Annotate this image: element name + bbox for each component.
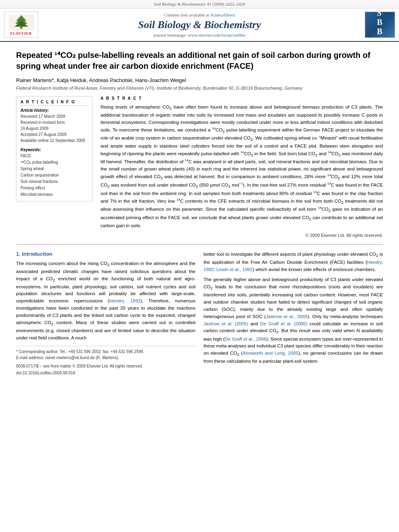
elsevier-tree-icon: [7, 14, 35, 31]
section-divider: [16, 244, 383, 244]
email-note: E-mail address: rainer.martens@vti.bund.…: [16, 355, 195, 361]
received-1: Received 17 March 2009: [21, 113, 88, 119]
footnote-section: * Corresponding author. Tel.: +49 531 59…: [16, 346, 195, 375]
history-label: Article history:: [21, 108, 88, 113]
sbb-logo-area: SBB Soil Biology& Biochemistry: [359, 12, 395, 38]
intro-paragraph: The increasing concern about the rising …: [16, 260, 195, 342]
sbb-letters: SBB: [377, 12, 383, 36]
intro-right-paragraphs: better tool to investigate the different…: [204, 251, 383, 366]
keywords-label: Keywords:: [21, 148, 88, 152]
sciencedirect-link[interactable]: ScienceDirect: [210, 12, 235, 17]
keywords-list: FACE¹⁴CO₂ pulse-labellingSpring wheatCar…: [21, 153, 88, 198]
intro-left-paragraphs: The increasing concern about the rising …: [16, 260, 195, 342]
corresponding-author-note: * Corresponding author. Tel.: +49 531 59…: [16, 349, 195, 355]
sbb-logo: SBB Soil Biology& Biochemistry: [365, 12, 395, 38]
keyword-item: Priming effect: [21, 185, 88, 191]
received-revised-date: 19 August 2009: [21, 125, 88, 131]
authors-line: Rainer Martens*, Katja Heiduk, Andreas P…: [16, 77, 383, 83]
intro-paragraph: The generally higher above and belowgrou…: [204, 276, 383, 365]
elsevier-logo: ELSEVIER: [4, 12, 38, 38]
keyword-item: Microbial biomass: [21, 191, 88, 198]
keyword-item: Spring wheat: [21, 166, 88, 172]
keyword-item: ¹⁴CO₂ pulse-labelling: [21, 159, 88, 166]
main-content: Repeated ¹⁴CO₂ pulse-labelling reveals a…: [0, 42, 399, 383]
abstract-title: A B S T R A C T: [101, 96, 383, 101]
journal-title-area: Contents lists available at ScienceDirec…: [44, 12, 355, 37]
accepted: Accepted 27 August 2009: [21, 131, 88, 138]
intro-paragraph: better tool to investigate the different…: [204, 251, 383, 273]
introduction-section: 1. Introduction The increasing concern a…: [16, 251, 383, 375]
abstract-text: Rising levels of atmospheric CO2 have of…: [101, 104, 383, 230]
elsevier-logo-area: ELSEVIER: [4, 12, 40, 38]
homepage-url[interactable]: www.elsevier.com/locate/soilbio: [188, 33, 245, 37]
doi-note: doi:10.1016/j.soilbio.2009.08.018: [16, 371, 195, 375]
keyword-item: FACE: [21, 153, 88, 159]
keyword-item: Carbon sequestration: [21, 172, 88, 179]
copyright: © 2009 Elsevier Ltd. All rights reserved…: [101, 233, 383, 238]
intro-left-col: 1. Introduction The increasing concern a…: [16, 251, 195, 375]
available-online: Available online 12 September 2009: [21, 138, 88, 144]
article-info-box: A R T I C L E I N F O Article history: R…: [16, 96, 93, 201]
intro-right-col: better tool to investigate the different…: [204, 251, 383, 375]
abstract-column: A B S T R A C T Rising levels of atmosph…: [101, 96, 383, 238]
received-revised: Received in revised form: [21, 119, 88, 125]
abstract-section: A B S T R A C T Rising levels of atmosph…: [101, 96, 383, 238]
journal-title: Soil Biology & Biochemistry: [44, 19, 355, 31]
article-title: Repeated ¹⁴CO₂ pulse-labelling reveals a…: [16, 50, 383, 72]
journal-reference-bar: Soil Biology & Biochemistry 41 (2009) 24…: [0, 0, 399, 8]
article-info-abstract-row: A R T I C L E I N F O Article history: R…: [16, 96, 383, 238]
elsevier-wordmark: ELSEVIER: [10, 31, 32, 35]
intro-heading: 1. Introduction: [16, 251, 195, 257]
contents-line: Contents lists available at ScienceDirec…: [44, 12, 355, 17]
sbb-subtitle: Soil Biology& Biochemistry: [373, 37, 387, 38]
affiliation: Federal Research Institute of Rural Area…: [16, 86, 383, 90]
intro-title: Introduction: [22, 251, 52, 257]
journal-header: ELSEVIER Contents lists available at Sci…: [0, 8, 399, 42]
contents-text: Contents lists available at: [164, 12, 209, 17]
article-info-title: A R T I C L E I N F O: [21, 100, 88, 106]
journal-homepage: journal homepage: www.elsevier.com/locat…: [44, 33, 355, 37]
article-info-column: A R T I C L E I N F O Article history: R…: [16, 96, 93, 238]
issn-note: 0038-0717/$ – see front matter © 2009 El…: [16, 363, 195, 369]
journal-ref-text: Soil Biology & Biochemistry 41 (2009) 24…: [154, 2, 245, 6]
keyword-item: Soil mineral fractions: [21, 179, 88, 185]
